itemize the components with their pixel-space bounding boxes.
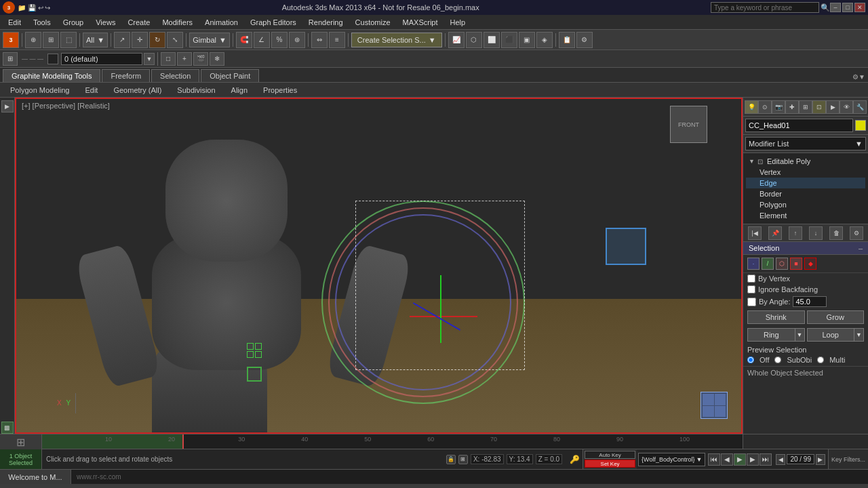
window-crossing-btn[interactable]: ⬚ [60, 32, 77, 48]
align-btn[interactable]: ≡ [329, 32, 345, 48]
subtab-polygon-modeling[interactable]: Polygon Modeling [3, 84, 77, 96]
filter-dropdown[interactable]: All▼ [83, 33, 108, 47]
spinner-snap-btn[interactable]: ⊛ [289, 32, 305, 48]
welcome-tab[interactable]: Welcome to M... [0, 470, 71, 484]
layer-name-field[interactable]: 0 (default) [61, 53, 142, 65]
rp-camera-icon[interactable]: 📷 [772, 100, 785, 114]
frame-next-btn[interactable]: ▶ [816, 454, 825, 465]
tree-item-editable-poly[interactable]: ▼ ⊡ Editable Poly [746, 156, 865, 167]
render-setup-btn[interactable]: ⬛ [501, 32, 517, 48]
rotate-btn[interactable]: ↻ [149, 32, 165, 48]
select-object-btn[interactable]: ⊕ [25, 32, 41, 48]
subtab-geometry-all[interactable]: Geometry (All) [106, 84, 169, 96]
manage-scenes-btn[interactable]: 📋 [559, 32, 575, 48]
menu-rendering[interactable]: Rendering [303, 17, 349, 28]
layer-dd-btn[interactable]: ▼ [144, 53, 155, 65]
next-key-button[interactable]: ⏭ [760, 453, 772, 466]
preview-off-radio[interactable] [747, 357, 754, 363]
close-button[interactable]: ✕ [854, 3, 865, 12]
menu-maxscript[interactable]: MAXScript [397, 17, 443, 28]
rp-util-icon[interactable]: 🔧 [853, 100, 867, 114]
angle-input[interactable] [793, 296, 827, 307]
rp-shape-icon[interactable]: ⊙ [758, 100, 772, 114]
scale-btn[interactable]: ⤡ [167, 32, 183, 48]
lock-icon[interactable]: 🔒 [446, 455, 456, 464]
rp-display-icon[interactable]: 💡 [745, 100, 758, 114]
move-btn[interactable]: ✛ [132, 32, 148, 48]
quad-view-button[interactable] [701, 392, 728, 419]
ring-button[interactable]: Ring [747, 328, 795, 342]
reference-dropdown[interactable]: Gimbal▼ [189, 33, 230, 47]
loop-arrow-button[interactable]: ▼ [854, 328, 864, 342]
add-layer-btn[interactable]: + [177, 52, 192, 66]
tree-item-polygon[interactable]: Polygon [746, 199, 865, 210]
grow-button[interactable]: Grow [807, 310, 865, 324]
rp-space-icon[interactable]: ⊞ [799, 100, 812, 114]
search-icon[interactable]: 🔍 [821, 3, 830, 12]
tree-item-border[interactable]: Border [746, 188, 865, 199]
render-layer-btn[interactable]: 🎬 [193, 52, 208, 66]
prev-key-button[interactable]: ⏮ [708, 453, 720, 466]
menu-views[interactable]: Views [90, 17, 121, 28]
tab-object-paint[interactable]: Object Paint [201, 69, 259, 82]
app-logo-btn[interactable]: 3 [3, 32, 19, 48]
prev-frame-button[interactable]: ◀ [721, 453, 733, 466]
mirror-btn[interactable]: ⇔ [311, 32, 328, 48]
timeline-track[interactable]: 10 20 30 40 50 60 70 80 90 100 [42, 434, 743, 449]
loop-button[interactable]: Loop [807, 328, 855, 342]
mod-tb-config-btn[interactable]: ⚙ [850, 226, 863, 240]
menu-graph-editors[interactable]: Graph Editors [245, 17, 302, 28]
render-btn[interactable]: ▣ [519, 32, 535, 48]
menu-animation[interactable]: Animation [199, 17, 243, 28]
active-shade-btn[interactable]: ◈ [536, 32, 553, 48]
set-key-button[interactable]: Set Key [585, 460, 635, 468]
rp-display2-icon[interactable]: 👁 [840, 100, 853, 114]
curve-editor-btn[interactable]: 📈 [448, 32, 465, 48]
by-angle-checkbox[interactable] [747, 298, 756, 306]
grid-icon[interactable]: ⊞ [458, 455, 468, 464]
percent-snap-btn[interactable]: % [271, 32, 288, 48]
menu-edit[interactable]: Edit [3, 17, 26, 28]
mod-tb-up-btn[interactable]: ↑ [789, 226, 802, 240]
left-nav-btn[interactable]: ▶ [1, 100, 14, 113]
geom-edge-icon[interactable]: / [762, 258, 774, 270]
geom-polygon-icon[interactable]: ■ [790, 258, 802, 270]
timeline-left-btn[interactable]: ⊞ [0, 434, 42, 449]
tab-freeform[interactable]: Freeform [102, 69, 150, 82]
subtab-edit[interactable]: Edit [77, 84, 105, 96]
mod-tb-first-btn[interactable]: |◀ [748, 226, 762, 240]
key-filters[interactable]: Key Filters... [828, 449, 868, 469]
angle-snap-btn[interactable]: ∠ [254, 32, 270, 48]
mod-tb-down-btn[interactable]: ↓ [809, 226, 823, 240]
tab-graphite[interactable]: Graphite Modeling Tools [3, 69, 100, 82]
viewport[interactable]: [+] [Perspective] [Realistic] [15, 98, 743, 434]
next-frame-button[interactable]: ▶ [747, 453, 759, 466]
ignore-backfacing-checkbox[interactable] [747, 285, 755, 293]
schematic-view-btn[interactable]: ⬡ [466, 32, 482, 48]
mod-tb-delete-btn[interactable]: 🗑 [829, 226, 843, 240]
left-bottom-btn[interactable]: ▩ [1, 422, 14, 434]
controller-dropdown[interactable]: {Wolf_BodyControl}▼ [638, 453, 705, 466]
rp-motion-icon[interactable]: ▶ [826, 100, 840, 114]
preview-multi-radio[interactable] [817, 357, 824, 363]
settings-btn[interactable]: ⚙ [576, 32, 593, 48]
create-selection-btn[interactable]: Create Selection S...▼ [351, 33, 442, 47]
subtab-subdivision[interactable]: Subdivision [170, 84, 222, 96]
file-ops[interactable]: 📁 💾 ↩ ↪ [18, 4, 50, 12]
preview-subobj-radio[interactable] [774, 357, 781, 363]
menu-modifiers[interactable]: Modifiers [157, 17, 198, 28]
geom-border-icon[interactable]: ⬡ [776, 258, 788, 270]
layer-icon[interactable]: ⊞ [3, 52, 18, 66]
mod-tb-pin-btn[interactable]: 📌 [768, 226, 782, 240]
tree-item-edge[interactable]: Edge [746, 178, 865, 188]
menu-customize[interactable]: Customize [350, 17, 396, 28]
subtab-properties[interactable]: Properties [256, 84, 304, 96]
color-swatch[interactable] [855, 120, 866, 131]
snap-btn[interactable]: 🧲 [236, 32, 252, 48]
menu-create[interactable]: Create [122, 17, 155, 28]
view-cube[interactable]: FRONT [670, 106, 707, 143]
subtab-align[interactable]: Align [224, 84, 255, 96]
play-button[interactable]: ▶ [734, 453, 746, 466]
menu-group[interactable]: Group [58, 17, 90, 28]
material-editor-btn[interactable]: ⬜ [484, 32, 500, 48]
